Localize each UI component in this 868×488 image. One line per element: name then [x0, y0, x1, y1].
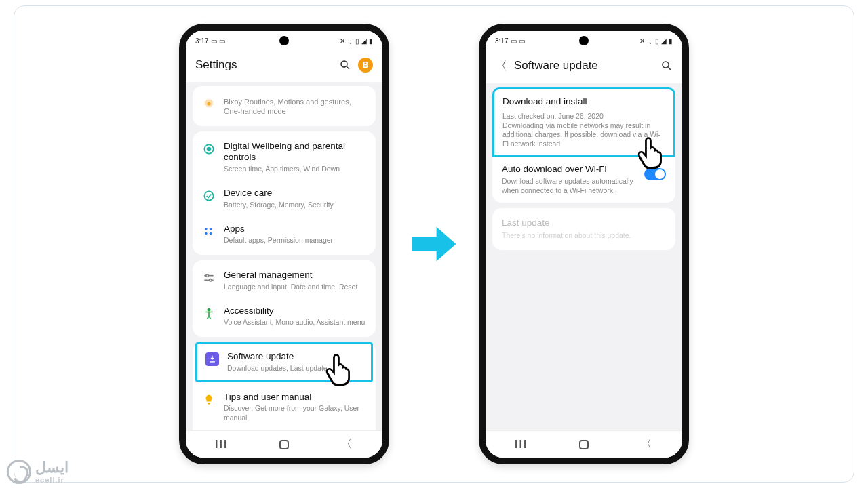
svg-point-12	[206, 274, 208, 277]
gear-icon	[202, 97, 216, 110]
status-time: 3:17	[195, 37, 208, 45]
highlight-download-install: Download and install Last checked on: Ju…	[492, 87, 675, 157]
devicecare-icon	[202, 189, 216, 203]
row-title: General management	[224, 270, 366, 281]
svg-point-13	[210, 279, 212, 281]
nav-recent[interactable]: III	[508, 439, 535, 451]
svg-marker-20	[412, 227, 456, 261]
accessibility-icon	[202, 307, 216, 321]
row-title: Last update	[502, 218, 666, 229]
settings-row-general[interactable]: General management Language and input, D…	[193, 263, 376, 299]
row-last-update: Last update There's no information about…	[492, 211, 675, 248]
row-title: Software update	[227, 351, 363, 363]
settings-row-about[interactable]: About phone Status, Legal information, P…	[193, 430, 376, 430]
settings-card: Software update Download updates, Last u…	[193, 342, 376, 430]
row-subtitle: Download updates, Last update	[227, 364, 363, 373]
svg-point-21	[663, 62, 669, 68]
svg-point-8	[205, 232, 208, 235]
svg-point-0	[341, 61, 347, 67]
row-subtitle: Language and input, Date and time, Reset	[224, 283, 366, 292]
row-subtitle: Voice Assistant, Mono audio, Assistant m…	[224, 318, 366, 327]
wellbeing-icon	[202, 142, 216, 156]
stage: 3:17 ▭ ▭ ✕ ⋮ ▯ ◢ ▮ Settings B	[0, 0, 868, 488]
settings-row-apps[interactable]: Apps Default apps, Permission manager	[193, 217, 376, 253]
highlight-software-update: Software update Download updates, Last u…	[195, 342, 373, 382]
status-left-icons: ▭ ▭	[211, 37, 225, 45]
svg-point-4	[208, 147, 211, 150]
screen-right: 3:17 ▭ ▭ ✕ ⋮ ▯ ◢ ▮ 〈 Software update	[486, 30, 682, 458]
nav-back[interactable]: 〈	[633, 437, 660, 451]
settings-row-software-update[interactable]: Software update Download updates, Last u…	[197, 346, 371, 379]
status-time: 3:17	[495, 37, 508, 45]
row-subtitle: Screen time, App timers, Wind Down	[224, 165, 366, 174]
svg-point-5	[204, 191, 213, 200]
update-card: Download and install Last checked on: Ju…	[492, 87, 675, 203]
row-title: Apps	[224, 224, 366, 235]
search-icon[interactable]	[660, 60, 673, 72]
software-update-icon	[205, 352, 219, 366]
phone-left: 3:17 ▭ ▭ ✕ ⋮ ▯ ◢ ▮ Settings B	[179, 24, 389, 464]
wifi-auto-toggle[interactable]	[644, 168, 666, 180]
watermark-logo-icon	[7, 460, 31, 484]
row-title: Tips and user manual	[224, 392, 366, 403]
row-title: Download and install	[502, 96, 665, 108]
svg-point-14	[208, 308, 210, 310]
svg-rect-16	[208, 403, 210, 405]
row-subtitle: Discover, Get more from your Galaxy, Use…	[224, 404, 366, 422]
status-right-icons: ✕ ⋮ ▯ ◢ ▮	[639, 37, 673, 45]
watermark: ایسل ecell.ir	[7, 460, 68, 484]
settings-list[interactable]: Bixby Routines, Motions and gestures, On…	[186, 82, 382, 430]
row-title: Accessibility	[224, 306, 366, 317]
row-subtitle: Download software updates automatically …	[502, 177, 636, 195]
settings-card: Bixby Routines, Motions and gestures, On…	[193, 86, 376, 126]
front-camera	[579, 36, 589, 45]
android-navbar: III 〈	[186, 430, 382, 458]
row-title: Device care	[224, 188, 366, 199]
svg-point-6	[205, 228, 208, 230]
front-camera	[279, 36, 289, 45]
row-subtitle: Battery, Storage, Memory, Security	[224, 201, 366, 210]
svg-line-22	[668, 67, 671, 70]
watermark-text: ایسل	[35, 460, 68, 475]
apps-icon	[202, 225, 216, 239]
row-auto-download[interactable]: Auto download over Wi-Fi Download softwa…	[492, 157, 675, 202]
row-title: Bixby Routines, Motions and gestures, On…	[224, 97, 366, 117]
sliders-icon	[202, 271, 216, 285]
status-right-icons: ✕ ⋮ ▯ ◢ ▮	[340, 37, 373, 45]
screen-left: 3:17 ▭ ▭ ✕ ⋮ ▯ ◢ ▮ Settings B	[186, 30, 382, 458]
last-update-card: Last update There's no information about…	[492, 208, 675, 251]
watermark-url: ecell.ir	[35, 476, 68, 484]
svg-point-9	[210, 232, 212, 235]
settings-card: General management Language and input, D…	[193, 260, 376, 337]
nav-home[interactable]	[279, 440, 289, 449]
appbar-software-update: 〈 Software update	[486, 51, 682, 83]
svg-point-7	[210, 228, 212, 230]
row-subtitle: There's no information about this update…	[502, 231, 666, 241]
row-subtitle: Default apps, Permission manager	[224, 236, 366, 245]
back-icon[interactable]: 〈	[495, 58, 507, 74]
settings-row-tips[interactable]: Tips and user manual Discover, Get more …	[193, 385, 376, 430]
android-navbar: III 〈	[486, 430, 682, 458]
page-title: Software update	[514, 59, 654, 73]
phone-right: 3:17 ▭ ▭ ✕ ⋮ ▯ ◢ ▮ 〈 Software update	[479, 24, 689, 464]
settings-row-devicecare[interactable]: Device care Battery, Storage, Memory, Se…	[193, 181, 376, 217]
search-icon[interactable]	[339, 59, 351, 71]
profile-avatar[interactable]: B	[358, 58, 373, 73]
settings-card: Digital Wellbeing and parental controls …	[193, 131, 376, 255]
nav-back[interactable]: 〈	[333, 437, 360, 451]
software-update-list[interactable]: Download and install Last checked on: Ju…	[486, 83, 682, 430]
settings-row-advanced[interactable]: Bixby Routines, Motions and gestures, On…	[193, 89, 376, 123]
nav-home[interactable]	[579, 440, 589, 449]
page-title: Settings	[195, 58, 332, 72]
settings-row-accessibility[interactable]: Accessibility Voice Assistant, Mono audi…	[193, 299, 376, 335]
status-left-icons: ▭ ▭	[511, 37, 525, 45]
row-subtitle: Last checked on: June 26, 2020 Downloadi…	[502, 112, 665, 149]
settings-row-wellbeing[interactable]: Digital Wellbeing and parental controls …	[193, 134, 376, 181]
svg-rect-15	[210, 361, 215, 363]
row-download-install[interactable]: Download and install Last checked on: Ju…	[494, 91, 673, 154]
flow-arrow-icon	[410, 220, 458, 268]
row-title: Digital Wellbeing and parental controls	[224, 141, 366, 164]
svg-line-1	[347, 66, 349, 69]
nav-recent[interactable]: III	[208, 439, 235, 451]
appbar-settings: Settings B	[186, 51, 382, 82]
